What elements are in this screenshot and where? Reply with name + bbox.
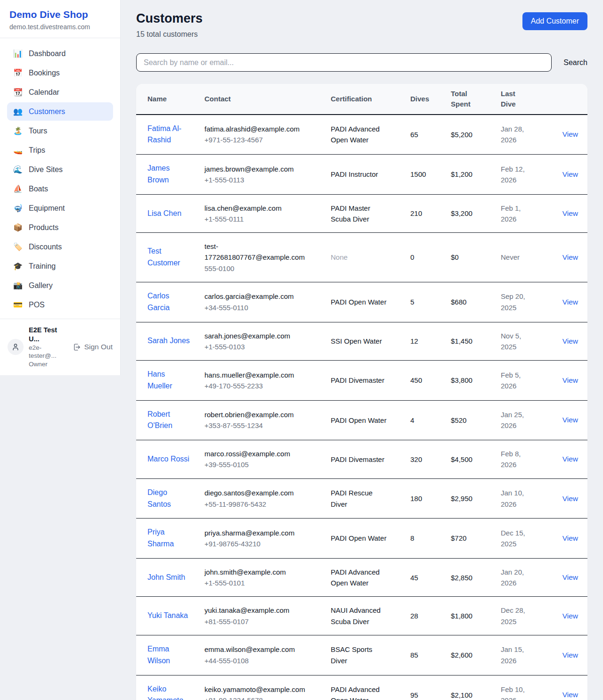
table-row: Fatima Al-Rashid fatima.alrashid@example…: [136, 115, 587, 155]
dives-value: 12: [410, 337, 418, 345]
view-link[interactable]: View: [562, 376, 578, 384]
sidebar-item-tours[interactable]: 🏝️ Tours: [7, 122, 113, 140]
view-link[interactable]: View: [562, 651, 578, 659]
search-button[interactable]: Search: [563, 58, 587, 67]
sidebar-item-discounts[interactable]: 🏷️ Discounts: [7, 238, 113, 256]
customer-email: emma.wilson@example.com: [204, 644, 314, 655]
user-name: E2E Test U...: [29, 326, 68, 344]
view-link[interactable]: View: [562, 170, 578, 178]
sidebar-item-label: Tours: [29, 127, 47, 135]
search-input[interactable]: [136, 53, 552, 72]
page-title: Customers: [136, 11, 203, 26]
sidebar-item-dive-sites[interactable]: 🌊 Dive Sites: [7, 160, 113, 179]
view-link[interactable]: View: [562, 573, 578, 581]
customer-name-link[interactable]: Sarah Jones: [147, 337, 190, 345]
customer-name-link[interactable]: Carlos Garcia: [147, 292, 170, 312]
sidebar-item-label: POS: [29, 301, 45, 309]
last-dive-value: Dec 28, 2025: [501, 606, 525, 625]
sidebar-item-label: Discounts: [29, 243, 62, 251]
sidebar-item-trips[interactable]: 🚤 Trips: [7, 141, 113, 159]
view-link[interactable]: View: [562, 534, 578, 542]
customer-name-link[interactable]: Yuki Tanaka: [147, 611, 188, 619]
main-content: Customers 15 total customers Add Custome…: [121, 0, 603, 700]
customer-name-link[interactable]: Priya Sharma: [147, 528, 174, 548]
customer-email: sarah.jones@example.com: [204, 330, 314, 341]
sidebar-item-label: Customers: [29, 107, 65, 116]
customer-name-link[interactable]: John Smith: [147, 573, 185, 581]
total-spent-value: $720: [451, 534, 466, 542]
view-link[interactable]: View: [562, 253, 578, 261]
certification-value: PADI Divemaster: [331, 376, 384, 384]
customer-email: john.smith@example.com: [204, 567, 314, 577]
column-header-last-dive: Last Dive: [501, 84, 551, 115]
customer-name-link[interactable]: Robert O'Brien: [147, 410, 172, 430]
customer-name-link[interactable]: Hans Mueller: [147, 370, 172, 390]
add-customer-button[interactable]: Add Customer: [522, 12, 587, 30]
sign-out-button[interactable]: Sign Out: [73, 343, 113, 351]
view-link[interactable]: View: [562, 494, 578, 502]
customer-email: james.brown@example.com: [204, 164, 314, 174]
user-email: e2e-tester@...: [29, 344, 68, 360]
customer-name-link[interactable]: Lisa Chen: [147, 209, 181, 217]
customers-table-card: Name Contact Certification Dives Total S…: [136, 84, 587, 700]
certification-value: SSI Open Water: [331, 337, 382, 345]
customer-name-link[interactable]: James Brown: [147, 164, 170, 184]
certification-value: NAUI Advanced Scuba Diver: [331, 606, 381, 625]
customer-name-link[interactable]: Diego Santos: [147, 488, 171, 508]
sidebar-item-customers[interactable]: 👥 Customers: [7, 102, 113, 121]
sidebar-item-training[interactable]: 🎓 Training: [7, 257, 113, 275]
view-link[interactable]: View: [562, 298, 578, 306]
customer-email: priya.sharma@example.com: [204, 527, 314, 538]
sidebar-item-bookings[interactable]: 📅 Bookings: [7, 64, 113, 82]
view-link[interactable]: View: [562, 416, 578, 424]
last-dive-value: Jan 28, 2026: [501, 125, 524, 144]
customer-name-link[interactable]: Keiko Yamamoto: [147, 685, 183, 700]
certification-value: PADI Master Scuba Diver: [331, 204, 370, 223]
view-link[interactable]: View: [562, 455, 578, 463]
user-info: E2E Test U... e2e-tester@... Owner: [29, 326, 68, 368]
total-spent-value: $680: [451, 298, 466, 306]
total-spent-value: $520: [451, 416, 466, 424]
certification-value: PADI Rescue Diver: [331, 489, 373, 508]
view-link[interactable]: View: [562, 612, 578, 620]
customer-email: keiko.yamamoto@example.com: [204, 684, 314, 695]
customer-name-link[interactable]: Emma Wilson: [147, 645, 170, 665]
sidebar-item-pos[interactable]: 💳 POS: [7, 296, 113, 314]
last-dive-value: Dec 15, 2025: [501, 529, 525, 548]
sidebar-item-boats[interactable]: ⛵ Boats: [7, 180, 113, 198]
sidebar-item-gallery[interactable]: 📸 Gallery: [7, 276, 113, 295]
view-link[interactable]: View: [562, 130, 578, 138]
boats-icon: ⛵: [13, 184, 23, 193]
dives-value: 45: [410, 574, 418, 582]
customer-phone: +1-555-0111: [204, 214, 314, 224]
total-spent-value: $1,800: [451, 612, 473, 620]
table-row: Hans Mueller hans.mueller@example.com +4…: [136, 361, 587, 401]
sidebar-item-label: Bookings: [29, 69, 60, 77]
table-row: John Smith john.smith@example.com +1-555…: [136, 558, 587, 597]
page-header: Customers 15 total customers Add Custome…: [136, 11, 587, 39]
last-dive-value: Feb 12, 2026: [501, 165, 525, 184]
view-link[interactable]: View: [562, 209, 578, 217]
certification-value: PADI Advanced Open Water: [331, 568, 380, 587]
sidebar-item-products[interactable]: 📦 Products: [7, 218, 113, 237]
sidebar-item-dashboard[interactable]: 📊 Dashboard: [7, 44, 113, 63]
customer-phone: 555-0100: [204, 263, 314, 274]
page-header-text: Customers 15 total customers: [136, 11, 203, 39]
sidebar-item-label: Equipment: [29, 204, 65, 213]
equipment-icon: 🤿: [13, 204, 23, 213]
total-spent-value: $2,850: [451, 574, 473, 582]
brand-title[interactable]: Demo Dive Shop: [9, 8, 111, 21]
customer-name-link[interactable]: Test Customer: [147, 247, 180, 267]
view-link[interactable]: View: [562, 337, 578, 345]
certification-value: PADI Instructor: [331, 170, 378, 178]
last-dive-value: Jan 15, 2026: [501, 645, 524, 664]
last-dive-value: Nov 5, 2025: [501, 332, 521, 351]
customer-name-link[interactable]: Fatima Al-Rashid: [147, 124, 181, 144]
view-link[interactable]: View: [562, 691, 578, 699]
sidebar-item-calendar[interactable]: 📆 Calendar: [7, 83, 113, 101]
discounts-icon: 🏷️: [13, 242, 23, 251]
table-row: Diego Santos diego.santos@example.com +5…: [136, 478, 587, 519]
customer-name-link[interactable]: Marco Rossi: [147, 455, 189, 463]
sidebar-item-equipment[interactable]: 🤿 Equipment: [7, 199, 113, 217]
sidebar-item-label: Training: [29, 262, 56, 271]
